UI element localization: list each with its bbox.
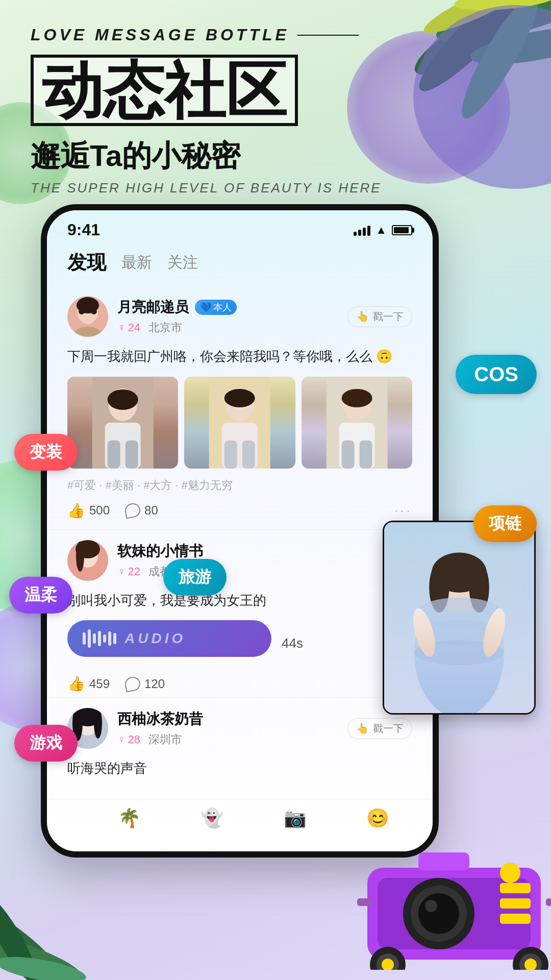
user-city-1: 北京市	[148, 320, 182, 335]
audio-duration: 44s	[282, 635, 303, 651]
post-image-2	[184, 377, 295, 469]
svg-point-9	[0, 928, 88, 980]
comment-icon-2	[124, 675, 141, 692]
post-image-3-content	[302, 377, 412, 469]
wave-bar-7	[113, 633, 116, 644]
svg-point-47	[91, 308, 97, 314]
camera-icon: 📷	[277, 800, 313, 836]
user-info-2: 软妹的小情书 ♀ 22 成都市	[117, 542, 412, 579]
bottom-icon-tree[interactable]: 🌴	[111, 800, 147, 836]
header-area: LOVE MESSAGE BOTTLE 动态社区 邂逅Ta的小秘密 THE SU…	[31, 26, 382, 196]
svg-rect-41	[546, 898, 551, 906]
nav-tabs: 发现 最新 关注	[47, 244, 433, 286]
battery-fill	[394, 227, 409, 233]
avatar-2	[67, 540, 108, 581]
svg-point-46	[79, 308, 85, 314]
verified-badge-1: 💙 本人	[195, 300, 237, 315]
post-text-2: 别叫我小可爱，我是要成为女王的	[67, 590, 412, 611]
wave-bar-1	[83, 632, 86, 645]
tag-youxi[interactable]: 游戏	[14, 725, 78, 762]
signal-bar-1	[354, 232, 357, 236]
status-time: 9:41	[67, 220, 100, 239]
post-card-1: 月亮邮递员 💙 本人 ♀ 24 北京市	[47, 286, 433, 530]
svg-rect-40	[357, 898, 372, 906]
like-count-1: 500	[89, 503, 110, 518]
like-btn-2[interactable]: 👍 459	[67, 675, 110, 692]
svg-rect-60	[242, 440, 255, 469]
ghost-icon: 👻	[194, 800, 230, 836]
phone-mockup: 9:41 ▲ 发现 最新 关注	[41, 204, 439, 857]
bottom-icon-camera[interactable]: 📷	[277, 800, 313, 836]
status-bar: 9:41 ▲	[47, 210, 433, 244]
signal-bar-3	[363, 228, 366, 236]
comment-count-2: 120	[144, 677, 165, 691]
svg-rect-32	[418, 852, 469, 870]
user-info-1: 月亮邮递员 💙 本人 ♀ 24 北京市	[117, 298, 338, 335]
bottom-icon-ghost[interactable]: 👻	[194, 800, 230, 836]
signal-bar-2	[358, 230, 361, 236]
post-header-2: 软妹的小情书 ♀ 22 成都市	[67, 540, 412, 581]
svg-point-63	[341, 389, 372, 407]
comment-btn-2[interactable]: 120	[125, 677, 165, 691]
svg-point-76	[94, 708, 102, 739]
svg-point-57	[224, 389, 255, 407]
post-tags-1: #可爱 · #美丽 · #大方 · #魅力无穷	[67, 478, 412, 493]
tab-latest[interactable]: 最新	[121, 252, 152, 273]
post-text-1: 下周一我就回广州咯，你会来陪我吗？等你哦，么么 🙃	[67, 346, 412, 368]
brand-line-decoration	[297, 35, 359, 36]
toy-camera	[357, 827, 551, 970]
brand-title: LOVE MESSAGE BOTTLE	[31, 26, 289, 44]
verified-heart-icon: 💙	[200, 302, 211, 313]
audio-wave	[83, 629, 116, 648]
female-icon-2: ♀	[117, 565, 126, 578]
floating-photo-card	[383, 521, 536, 715]
svg-point-6	[454, 0, 551, 14]
tree-icon: 🌴	[111, 800, 147, 836]
svg-rect-54	[126, 440, 138, 469]
wave-bar-6	[108, 631, 111, 646]
hand-icon-1: 👆	[356, 310, 369, 323]
svg-rect-65	[341, 440, 354, 469]
user-city-3: 深圳市	[148, 732, 182, 747]
wifi-icon: ▲	[375, 224, 387, 237]
tag-wenrou[interactable]: 温柔	[9, 577, 72, 614]
female-icon-1: ♀	[117, 321, 126, 334]
wave-bar-4	[98, 631, 101, 646]
tag-luyou[interactable]: 旅游	[163, 559, 227, 596]
user-info-3: 西柚冰茶奶昔 ♀ 28 深圳市	[117, 709, 338, 747]
svg-rect-31	[500, 914, 531, 924]
username-1: 月亮邮递员	[117, 298, 189, 317]
tab-follow[interactable]: 关注	[167, 252, 198, 273]
touch-hint-1[interactable]: 👆 戳一下	[347, 306, 412, 327]
svg-rect-30	[500, 898, 531, 909]
user-age-2: ♀ 22	[117, 565, 140, 578]
wave-bar-2	[88, 629, 91, 648]
avatar-1	[67, 296, 108, 337]
post-image-1-content	[67, 377, 178, 469]
svg-point-28	[425, 900, 437, 912]
user-age-1: ♀ 24	[117, 321, 140, 334]
tag-bianzhuan[interactable]: 变装	[14, 434, 78, 471]
female-icon-3: ♀	[117, 733, 126, 746]
tag-xianglian[interactable]: 项链	[473, 505, 537, 542]
svg-rect-29	[500, 883, 531, 893]
comment-btn-1[interactable]: 80	[125, 503, 158, 518]
post-image-2-content	[184, 377, 295, 469]
svg-point-33	[500, 863, 520, 883]
svg-point-10	[0, 889, 45, 980]
touch-hint-3[interactable]: 👆 戳一下	[347, 718, 412, 739]
comment-icon-1	[124, 502, 141, 519]
more-btn-1[interactable]: ···	[394, 502, 412, 519]
tag-cos[interactable]: COS	[456, 355, 537, 394]
post-actions-2: 👍 459 120 ···	[67, 675, 412, 692]
tab-discover[interactable]: 发现	[67, 250, 106, 276]
battery-icon	[392, 225, 412, 235]
post-actions-1: 👍 500 80 ···	[67, 502, 412, 519]
post-header-1: 月亮邮递员 💙 本人 ♀ 24 北京市	[67, 296, 412, 337]
audio-player[interactable]: AUDIO	[67, 620, 271, 657]
wave-bar-5	[103, 634, 106, 643]
like-icon-1: 👍	[67, 502, 85, 519]
user-age-3: ♀ 28	[117, 733, 140, 746]
svg-point-8	[0, 898, 77, 980]
like-btn-1[interactable]: 👍 500	[67, 502, 110, 519]
